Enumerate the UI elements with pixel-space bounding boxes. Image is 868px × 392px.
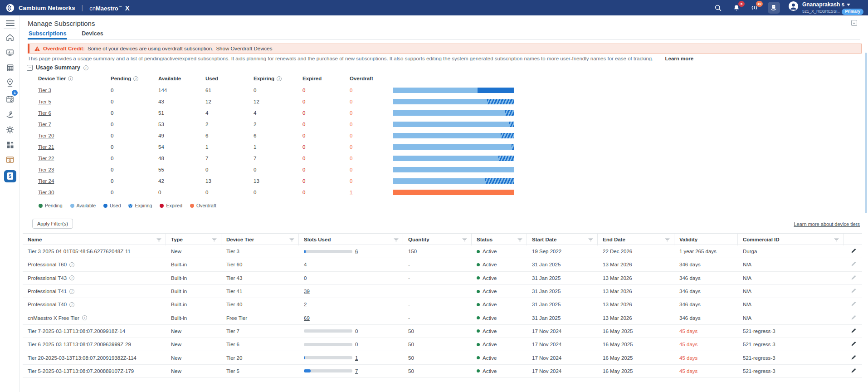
collapse-panel-icon[interactable] [851, 20, 857, 26]
info-icon[interactable]: i [133, 76, 138, 81]
menu-toggle-icon[interactable] [0, 17, 20, 29]
edit-pencil-icon[interactable] [851, 314, 857, 322]
notifications-bell-icon[interactable]: 5 [731, 3, 741, 13]
usage-tier-link[interactable]: Tier 24 [38, 178, 111, 184]
filter-icon[interactable] [834, 237, 839, 243]
brand[interactable]: Cambium Networks [6, 4, 75, 12]
usage-column-header: Expiringi [254, 76, 302, 81]
sidebar-item-settings[interactable] [0, 123, 20, 136]
info-icon[interactable]: i [83, 65, 88, 70]
tab-subscriptions[interactable]: Subscriptions [28, 27, 67, 39]
cell-quantity: 50 [403, 342, 472, 347]
slots-used-count[interactable]: 6 [355, 249, 358, 254]
usage-tier-link[interactable]: Tier 30 [38, 190, 111, 195]
learn-more-link[interactable]: Learn more [665, 56, 693, 61]
edit-pencil-icon[interactable] [851, 354, 857, 362]
cell-type: Built-in [166, 315, 221, 321]
usage-used-value: 13 [205, 178, 254, 184]
collapse-section-icon[interactable] [27, 65, 33, 71]
cell-status: Active [472, 289, 527, 294]
usage-tier-link[interactable]: Tier 6 [38, 110, 111, 116]
sidebar-item-home[interactable] [0, 31, 20, 44]
cell-status: Active [472, 302, 527, 307]
cell-slots-used: 0 [299, 342, 403, 347]
cell-type: Built-in [166, 262, 221, 267]
filter-icon[interactable] [156, 237, 161, 243]
overdraft-warning-banner: Overdraft Credit: Some of your devices a… [28, 44, 862, 54]
sidebar-item-monitoring[interactable] [0, 46, 20, 59]
edit-pencil-icon[interactable] [851, 301, 857, 308]
sidebar-item-inventory[interactable] [0, 61, 20, 74]
info-icon[interactable]: i [69, 289, 74, 294]
edit-pencil-icon[interactable] [851, 288, 857, 295]
sidebar-item-services[interactable] [0, 108, 20, 121]
filter-icon[interactable] [517, 237, 522, 243]
sidebar-item-reports[interactable]: 1 [0, 93, 20, 105]
filter-icon[interactable] [462, 237, 467, 243]
edit-pencil-icon[interactable] [851, 248, 857, 255]
usage-tier-link[interactable]: Tier 7 [38, 122, 111, 127]
filter-icon[interactable] [394, 237, 399, 243]
announcements-icon[interactable]: 10 [750, 3, 760, 13]
info-icon[interactable]: i [69, 275, 74, 280]
edit-pencil-icon[interactable] [851, 368, 857, 375]
cell-quantity: 50 [403, 368, 472, 374]
info-icon[interactable]: i [277, 76, 282, 81]
sidebar-item-apps[interactable] [0, 138, 20, 151]
edit-pencil-icon[interactable] [851, 341, 857, 348]
sidebar-item-subscriptions[interactable]: $ [0, 169, 20, 183]
legend-item: Expiring [128, 203, 152, 208]
edit-pencil-icon[interactable] [851, 261, 857, 268]
sidebar-item-msp[interactable] [0, 153, 20, 166]
status-label: Active [483, 328, 497, 334]
usage-overdraft-value[interactable]: 1 [350, 190, 393, 195]
user-menu[interactable]: Gnanaprakash s 521_X_REGRESSI.. Primary [788, 1, 863, 15]
cell-start-date: 31 Jan 2025 [527, 275, 598, 281]
usage-tier-link[interactable]: Tier 20 [38, 133, 111, 138]
slots-used-count[interactable]: 69 [304, 315, 310, 321]
usage-summary-header-row: Device TieriPendingiAvailableUsedExpirin… [38, 73, 514, 84]
usage-tier-link[interactable]: Tier 22 [38, 156, 111, 161]
slots-used-count[interactable]: 39 [304, 289, 310, 294]
status-dot-icon [477, 303, 480, 306]
info-icon[interactable]: i [68, 76, 73, 81]
usage-column-header: Device Tieri [38, 76, 111, 81]
usage-tier-link[interactable]: Tier 3 [38, 88, 111, 93]
filter-icon[interactable] [588, 237, 593, 243]
usage-tier-link[interactable]: Tier 5 [38, 99, 111, 104]
show-overdraft-devices-link[interactable]: Show Overdraft Devices [216, 46, 272, 51]
usage-expired-value: 0 [302, 110, 350, 116]
status-dot-icon [477, 276, 480, 279]
table-row: Professional T40iBuilt-inTier 402-Active… [23, 298, 862, 311]
edit-pencil-icon[interactable] [851, 274, 857, 282]
usage-tier-link[interactable]: Tier 23 [38, 167, 111, 172]
usage-row: Tier 3014461000 [38, 84, 514, 96]
edit-pencil-icon[interactable] [851, 328, 857, 335]
scrollbar-thumb[interactable] [865, 53, 867, 213]
slots-used-count[interactable]: 4 [304, 262, 307, 267]
usage-tier-link[interactable]: Tier 21 [38, 144, 111, 150]
cell-device-tier: Tier 3 [221, 249, 299, 254]
product-prefix: cn [89, 5, 96, 12]
onboarding-guide-icon[interactable] [768, 2, 780, 14]
filter-icon[interactable] [212, 237, 217, 243]
slots-used-count[interactable]: 2 [304, 302, 307, 307]
cell-validity: 1 year 265 days [674, 249, 738, 254]
info-icon[interactable]: i [69, 262, 74, 267]
info-icon[interactable]: i [69, 302, 74, 307]
usage-bar-track [393, 190, 514, 195]
slots-used-count[interactable]: 7 [355, 368, 358, 374]
filter-icon[interactable] [665, 237, 670, 243]
apply-filters-button[interactable]: Apply Filter(s) [32, 219, 73, 229]
usage-bar [393, 164, 514, 175]
sidebar-item-map[interactable] [0, 76, 20, 89]
slots-used-count[interactable]: 1 [355, 355, 358, 361]
device-tiers-link[interactable]: Learn more about device tiers [794, 221, 860, 227]
cell-type: Built-in [166, 289, 221, 294]
search-icon[interactable] [713, 3, 723, 13]
filter-icon[interactable] [289, 237, 294, 243]
table-row: Professional T41iBuilt-inTier 4139-Activ… [23, 285, 862, 298]
tab-devices[interactable]: Devices [81, 27, 104, 39]
info-icon[interactable]: i [82, 315, 87, 320]
usage-expiring-value: 6 [254, 133, 302, 138]
